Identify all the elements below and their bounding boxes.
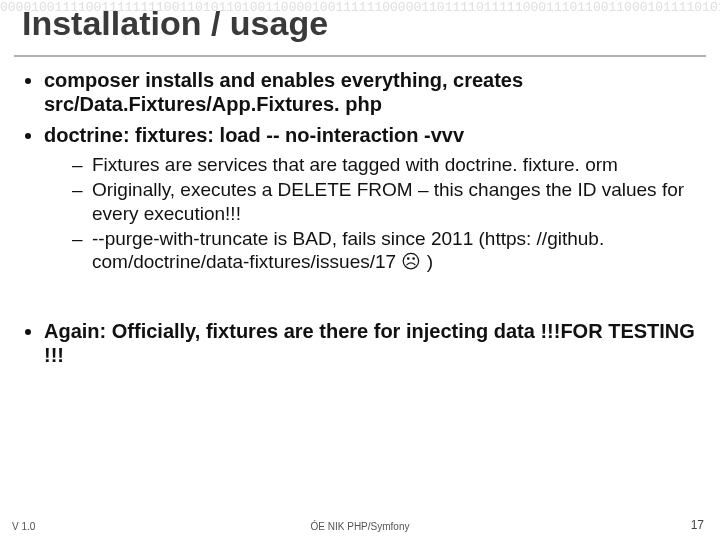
- bullet-3: Again: Officially, fixtures are there fo…: [44, 319, 700, 368]
- slide-content: composer installs and enables everything…: [22, 68, 700, 374]
- bullet-list-2: Again: Officially, fixtures are there fo…: [22, 319, 700, 368]
- bullet-1: composer installs and enables everything…: [44, 68, 700, 117]
- bullet-list: composer installs and enables everything…: [22, 68, 700, 273]
- footer-page-number: 17: [691, 518, 704, 532]
- bullet-2-text: doctrine: fixtures: load -- no-interacti…: [44, 124, 464, 146]
- title-divider: [14, 55, 706, 57]
- sub-bullet-list: Fixtures are services that are tagged wi…: [44, 153, 700, 273]
- slide-title: Installation / usage: [22, 4, 328, 43]
- sub-bullet-2: Originally, executes a DELETE FROM – thi…: [78, 178, 700, 224]
- footer-course: ÓE NIK PHP/Symfony: [0, 521, 720, 532]
- sub-bullet-3: --purge-with-truncate is BAD, fails sinc…: [78, 227, 700, 273]
- bullet-2: doctrine: fixtures: load -- no-interacti…: [44, 123, 700, 273]
- slide: 0000100111100111111110011010110100110000…: [0, 0, 720, 540]
- sub-bullet-1: Fixtures are services that are tagged wi…: [78, 153, 700, 176]
